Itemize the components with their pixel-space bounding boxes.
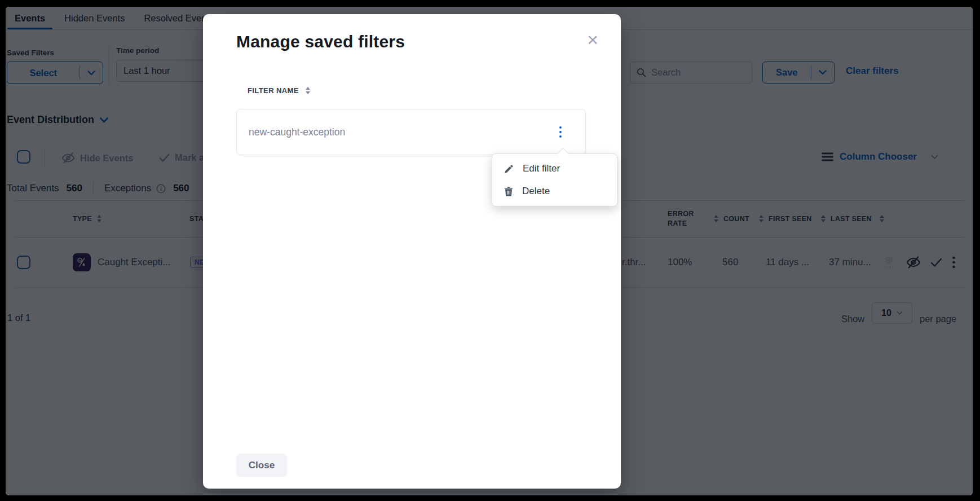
close-icon[interactable]: × <box>584 27 602 52</box>
filter-name-header-label: FILTER NAME <box>248 86 299 95</box>
filter-kebab-menu-icon[interactable] <box>557 124 564 140</box>
pencil-icon <box>504 164 514 174</box>
sort-icon[interactable] <box>306 87 310 94</box>
saved-filter-name: new-caught-exception <box>249 126 557 138</box>
delete-filter-menu-item[interactable]: Delete <box>492 180 617 203</box>
edit-filter-label: Edit filter <box>523 163 560 174</box>
manage-saved-filters-modal: Manage saved filters × FILTER NAME new-c… <box>203 14 621 489</box>
edit-filter-menu-item[interactable]: Edit filter <box>492 157 617 180</box>
filter-context-menu: Edit filter Delete <box>492 153 617 206</box>
filter-name-column-header[interactable]: FILTER NAME <box>248 86 310 95</box>
saved-filter-row: new-caught-exception <box>236 109 586 155</box>
app-window: Events Hidden Events Resolved Events Sav… <box>0 0 980 501</box>
modal-title: Manage saved filters <box>236 32 405 51</box>
close-button[interactable]: Close <box>236 454 287 477</box>
delete-filter-label: Delete <box>522 186 550 197</box>
trash-icon <box>504 186 514 197</box>
